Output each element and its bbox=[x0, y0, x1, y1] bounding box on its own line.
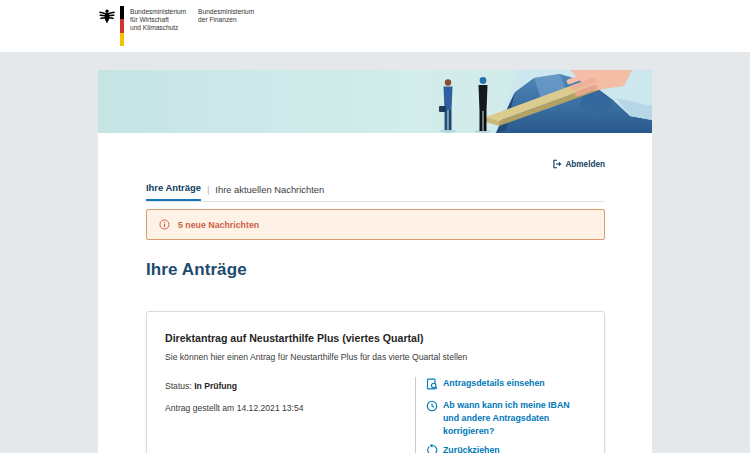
ministry-line: und Klimaschutz bbox=[130, 24, 186, 32]
application-description: Sie können hier einen Antrag für Neustar… bbox=[165, 352, 586, 362]
action-label: Ab wann kann ich meine IBAN und andere A… bbox=[443, 399, 586, 437]
action-view-details[interactable]: Antragsdetails einsehen bbox=[426, 377, 586, 393]
status-value: In Prüfung bbox=[194, 381, 237, 391]
application-card: Direktantrag auf Neustarthilfe Plus (vie… bbox=[146, 311, 605, 453]
tricolor-bar bbox=[120, 6, 124, 46]
undo-icon bbox=[426, 444, 440, 453]
submitted-date: Antrag gestellt am 14.12.2021 13:54 bbox=[165, 403, 415, 413]
hero-banner bbox=[98, 70, 652, 133]
tab-separator: | bbox=[207, 184, 209, 201]
ministry-line: Bundesministerium bbox=[198, 8, 254, 16]
ministry-line: Bundesministerium bbox=[130, 8, 186, 16]
ministry-bmf: Bundesministerium der Finanzen bbox=[198, 6, 254, 24]
tab-bar: Ihre Anträge | Ihre aktuellen Nachrichte… bbox=[146, 182, 605, 202]
info-icon bbox=[159, 219, 170, 230]
content-column: Abmelden Ihre Anträge | Ihre aktuellen N… bbox=[98, 70, 652, 453]
tab-aktuelle-nachrichten[interactable]: Ihre aktuellen Nachrichten bbox=[215, 184, 324, 201]
application-title: Direktantrag auf Neustarthilfe Plus (vie… bbox=[165, 332, 586, 344]
application-status-block: Status: In Prüfung Antrag gestellt am 14… bbox=[165, 377, 415, 453]
status-label: Status: bbox=[165, 381, 192, 391]
logout-link[interactable]: Abmelden bbox=[552, 158, 605, 170]
site-header: Bundesministerium für Wirtschaft und Kli… bbox=[0, 0, 750, 52]
action-iban-info[interactable]: Ab wann kann ich meine IBAN und andere A… bbox=[426, 399, 586, 437]
document-search-icon bbox=[426, 377, 440, 393]
action-withdraw[interactable]: Zurückziehen bbox=[426, 444, 586, 453]
action-label: Zurückziehen bbox=[443, 444, 500, 453]
ministry-line: der Finanzen bbox=[198, 16, 254, 24]
new-messages-alert: 5 neue Nachrichten bbox=[146, 209, 605, 240]
application-actions: Antragsdetails einsehen Ab wann kann ich… bbox=[415, 377, 586, 453]
ministry-line: für Wirtschaft bbox=[130, 16, 186, 24]
clock-icon bbox=[426, 399, 440, 437]
logout-label: Abmelden bbox=[565, 160, 605, 169]
main-panel: Abmelden Ihre Anträge | Ihre aktuellen N… bbox=[98, 133, 652, 453]
alert-message: 5 neue Nachrichten bbox=[178, 220, 259, 230]
page: Bundesministerium für Wirtschaft und Kli… bbox=[0, 0, 750, 453]
federal-eagle-icon bbox=[98, 7, 116, 25]
page-title: Ihre Anträge bbox=[146, 260, 605, 280]
status-line: Status: In Prüfung bbox=[165, 381, 415, 391]
federal-logo: Bundesministerium für Wirtschaft und Kli… bbox=[98, 6, 254, 46]
tab-ihre-antraege[interactable]: Ihre Anträge bbox=[146, 182, 201, 201]
ministry-bmwk: Bundesministerium für Wirtschaft und Kli… bbox=[130, 6, 186, 33]
logout-icon bbox=[552, 159, 562, 169]
action-label: Antragsdetails einsehen bbox=[443, 377, 545, 393]
